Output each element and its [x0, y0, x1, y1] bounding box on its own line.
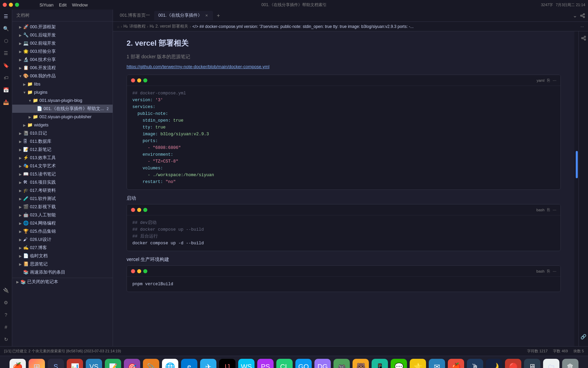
minimize-button[interactable] [9, 3, 13, 7]
maximize-button[interactable] [15, 3, 19, 7]
sidebar-item-026[interactable]: ▶ 🖌 026.UI设计 [12, 235, 113, 244]
sidebar-item-012[interactable]: ▶ 📝 012.新笔记 [12, 145, 113, 154]
sidebar-item-more[interactable]: 📚 画速添加书的条目 [12, 268, 113, 276]
bookmark-icon-btn[interactable]: 🔖 [2, 61, 10, 70]
tab-add-btn[interactable]: + [214, 12, 223, 20]
sidebar-item-001doc[interactable]: 📄 001.《在线分享插件》帮助文... 2 [12, 105, 113, 113]
dock-apps1[interactable]: 📊 [67, 359, 83, 368]
dock-goland2[interactable]: 🎮 [333, 359, 350, 368]
sidebar-item-siyuan[interactable]: ▶ 📔 思源笔记 [12, 260, 113, 268]
breadcrumb-more-btn[interactable]: ··· [581, 24, 584, 29]
dock-bear[interactable]: 🐻 [353, 359, 369, 368]
code-more-btn[interactable]: ··· [553, 78, 556, 83]
dock-edge[interactable]: e [181, 359, 197, 368]
sidebar-item-001blog[interactable]: ▼ 📁 001.siyuan-plugin-blog [12, 96, 113, 105]
settings-icon-btn[interactable]: ⚙ [2, 298, 10, 307]
hash-icon-btn[interactable]: # [2, 323, 10, 331]
menu-edit[interactable]: Edit [59, 2, 66, 7]
daily-icon-btn[interactable]: 📅 [2, 86, 10, 94]
dock-apps6[interactable]: 📱 [372, 359, 388, 368]
dock-wechat[interactable]: 💬 [391, 359, 407, 368]
sidebar-item-025[interactable]: ▶ 🏆 025.作品集锦 [12, 227, 113, 235]
sidebar-item-021[interactable]: ▶ 🧪 021.软件测试 [12, 195, 113, 203]
dock-apps7[interactable]: ⭐ [410, 359, 426, 368]
breadcrumb-item-3[interactable]: </> ## docker-compose.yml version: '3'se… [192, 24, 413, 29]
copy-icon-2[interactable]: ⎘ [547, 207, 550, 212]
plugin-icon-btn[interactable]: 🔌 [2, 286, 10, 294]
dock-datagrip[interactable]: DG [314, 359, 331, 368]
dock-goland[interactable]: GO [295, 359, 312, 368]
sidebar-toggle-btn[interactable]: ☰ [2, 12, 10, 20]
breadcrumb-item-1[interactable]: H₂ 详细教程 [124, 24, 146, 29]
search-icon-btn[interactable]: 🔍 [2, 25, 10, 33]
tab-plugin-doc[interactable]: 001.《在线分享插件》 ✕ [154, 11, 213, 20]
sidebar-item-013[interactable]: ▶ ⚡ 013.效率工具 [12, 154, 113, 162]
sidebar-item-015[interactable]: ▶ 📖 015.读书笔记 [12, 170, 113, 178]
sidebar-item-023[interactable]: ▶ 🤖 023.人工智能 [12, 211, 113, 219]
sidebar-item-008[interactable]: ▼ 🎨 008.我的作品 [12, 72, 113, 80]
dock-phpstorm[interactable]: PS [257, 359, 274, 368]
sidebar-item-014[interactable]: ▶ 🎭 014.文学艺术 [12, 162, 113, 170]
sidebar-item-001back[interactable]: ▶ 🔧 001.后端开发 [12, 31, 113, 39]
menu-window[interactable]: Window [72, 2, 88, 7]
copy-icon[interactable]: ⎘ [547, 78, 550, 83]
dock-apps10[interactable]: 🌙 [486, 359, 502, 368]
editor-scrollbar[interactable] [574, 31, 578, 346]
dock-launchpad[interactable]: ⊞ [29, 359, 45, 368]
dock-apps4[interactable]: 🎯 [124, 359, 140, 368]
dock-apps9[interactable]: 🖱 [467, 359, 483, 368]
dock-siyuan[interactable]: S [48, 359, 64, 368]
sidebar-item-022[interactable]: ▶ 🎬 022.影视下载 [12, 203, 113, 211]
sidebar-item-002pub[interactable]: ▶ 📁 002.siyuan-plugin-publisher [12, 113, 113, 121]
dock-airmail[interactable]: ✉ [429, 359, 445, 368]
sidebar-item-widgets[interactable]: ▶ 📁 widgets [12, 121, 113, 129]
dock-finder[interactable]: 🍎 [10, 359, 26, 368]
sidebar-item-024[interactable]: ▶ 🌐 024.网络编程 [12, 219, 113, 227]
dock-apps2[interactable]: VS [86, 359, 102, 368]
sidebar-item-000[interactable]: ▶ 🚀 000.开源框架 [12, 23, 113, 31]
dock-apps12[interactable]: 🖥 [524, 359, 540, 368]
breadcrumb-item-2[interactable]: H₂ 2. vercel 部署相关 [150, 24, 189, 29]
sidebar-item-closed[interactable]: ▶ 📚 已关闭的笔记本 [12, 278, 113, 286]
tab-blog-home[interactable]: 001.博客首页一 [116, 11, 154, 20]
dock-intellij[interactable]: IJ [219, 359, 235, 368]
dock-webstorm[interactable]: WS [238, 359, 255, 368]
tag-icon-btn[interactable]: 🏷 [2, 74, 10, 82]
doc-link[interactable]: https://github.com/terwer/my-note-docker… [127, 64, 561, 69]
sidebar-item-temp[interactable]: ▶ 📄 临时文档 [12, 252, 113, 260]
sidebar-item-027[interactable]: ▶ ✍ 027.博客 [12, 244, 113, 252]
dock-apps11[interactable]: 🔴 [505, 359, 521, 368]
help-icon-btn[interactable]: ? [2, 311, 10, 319]
close-button[interactable] [3, 3, 7, 7]
sidebar-item-004[interactable]: ▶ 🔬 004.技术分享 [12, 56, 113, 64]
right-share-btn[interactable] [579, 34, 588, 42]
sidebar-item-006[interactable]: ▶ 📋 006.开发流程 [12, 64, 113, 72]
dock-chrome[interactable]: 🌐 [162, 359, 178, 368]
sidebar-item-016[interactable]: ▶ 🛠 016.项目实践 [12, 178, 113, 186]
dock-apps13[interactable]: 🗂 [543, 359, 559, 368]
dock-apps5[interactable]: 📎 [143, 359, 159, 368]
inbox-icon-btn[interactable]: 📥 [2, 98, 10, 106]
code-more-btn-3[interactable]: ··· [553, 269, 556, 274]
sidebar-item-plugins[interactable]: ▼ 📁 plugins [12, 88, 113, 96]
dock-telegram[interactable]: ✈ [200, 359, 216, 368]
sidebar-item-010[interactable]: ▶ 📓 010.日记 [12, 129, 113, 137]
graph-icon-btn[interactable]: ⬡ [2, 37, 10, 45]
sidebar-item-003[interactable]: ▶ 🌟 003.经验分享 [12, 47, 113, 56]
sync-icon-btn[interactable]: ↻ [2, 335, 10, 343]
sidebar-item-011[interactable]: ▶ 🗄 011.数据库 [12, 137, 113, 145]
tab-more-btn[interactable]: ⌄ [573, 12, 577, 19]
dock-clion[interactable]: CL [276, 359, 293, 368]
outline-icon-btn[interactable]: ☰ [2, 49, 10, 57]
share-btn[interactable] [580, 13, 585, 18]
sidebar-item-002[interactable]: ▶ 💻 002.前端开发 [12, 39, 113, 47]
dock-apps8[interactable]: 🍎 [448, 359, 464, 368]
sidebar-item-017[interactable]: ▶ 🎓 017.考研资料 [12, 186, 113, 195]
copy-icon-3[interactable]: ⎘ [547, 269, 550, 274]
dock-trash[interactable]: 🗑 [562, 359, 578, 368]
sidebar-item-libs[interactable]: ▶ 📁 libs [12, 80, 113, 88]
tab-close-btn[interactable]: ✕ [204, 13, 209, 18]
code-more-btn-2[interactable]: ··· [553, 207, 556, 212]
right-link-btn[interactable]: 🔗 [579, 333, 588, 341]
dock-apps3[interactable]: 📝 [105, 359, 121, 368]
